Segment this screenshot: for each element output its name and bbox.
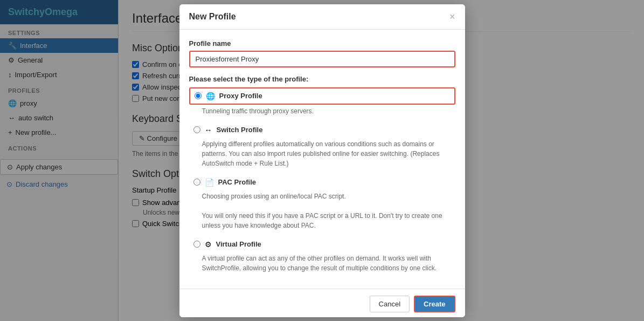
new-profile-modal: New Profile × Profile name Please select… xyxy=(179,4,465,317)
virtual-option-header[interactable]: ⚙ Virtual Profile xyxy=(189,237,455,252)
virtual-gear-icon: ⚙ xyxy=(205,240,212,249)
switch-option-name: Switch Profile xyxy=(217,126,263,134)
proxy-option-name: Proxy Profile xyxy=(219,92,262,100)
profile-option-pac: 📄 PAC Profile Choosing proxies using an … xyxy=(189,175,455,230)
proxy-option-desc: Tunneling traffic through proxy servers. xyxy=(202,106,455,116)
pac-radio[interactable] xyxy=(193,179,200,186)
modal-overlay[interactable]: New Profile × Profile name Please select… xyxy=(0,0,644,321)
virtual-radio[interactable] xyxy=(193,241,200,248)
switch-radio[interactable] xyxy=(193,126,200,133)
modal-footer: Cancel Create xyxy=(179,289,465,317)
pac-option-header[interactable]: 📄 PAC Profile xyxy=(189,175,455,190)
pac-doc-icon: 📄 xyxy=(205,178,214,187)
profile-option-virtual: ⚙ Virtual Profile A virtual profile can … xyxy=(189,237,455,273)
switch-option-desc: Applying different profiles automaticall… xyxy=(202,139,455,168)
select-type-label: Please select the type of the profile: xyxy=(189,75,455,83)
switch-option-header[interactable]: ↔ Switch Profile xyxy=(189,122,455,138)
create-button[interactable]: Create xyxy=(414,296,455,312)
pac-option-desc: Choosing proxies using an online/local P… xyxy=(202,192,455,230)
modal-body: Profile name Please select the type of t… xyxy=(179,30,465,289)
pac-option-name: PAC Profile xyxy=(218,178,257,186)
modal-header: New Profile × xyxy=(179,4,465,30)
profile-name-label: Profile name xyxy=(189,39,455,47)
modal-close-button[interactable]: × xyxy=(449,12,455,22)
proxy-radio[interactable] xyxy=(195,92,202,99)
modal-title: New Profile xyxy=(189,12,236,22)
switch-arrows-icon: ↔ xyxy=(205,126,212,134)
proxy-globe-icon: 🌐 xyxy=(206,92,215,100)
virtual-option-desc: A virtual profile can act as any of the … xyxy=(202,254,455,273)
profile-option-switch: ↔ Switch Profile Applying different prof… xyxy=(189,122,455,168)
proxy-option-header[interactable]: 🌐 Proxy Profile xyxy=(189,87,455,105)
profile-name-input[interactable] xyxy=(189,51,455,67)
profile-option-proxy: 🌐 Proxy Profile Tunneling traffic throug… xyxy=(189,87,455,116)
virtual-option-name: Virtual Profile xyxy=(216,240,261,248)
cancel-button[interactable]: Cancel xyxy=(370,296,410,312)
